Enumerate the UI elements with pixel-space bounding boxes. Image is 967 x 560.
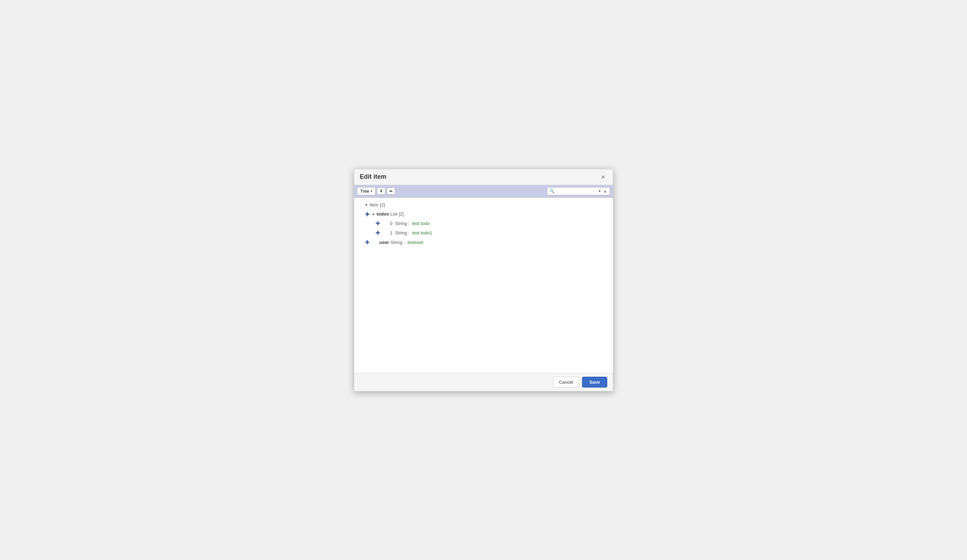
collapse-all-button[interactable]: ⬌ — [387, 188, 395, 194]
user-add-button[interactable]: ✚ — [364, 240, 370, 245]
view-dropdown[interactable]: Tree ▾ — [357, 187, 376, 195]
expand-all-button[interactable]: ⬍ — [377, 188, 385, 194]
search-icon: 🔍 — [550, 189, 554, 193]
todo-0-value: test todo — [411, 220, 429, 227]
user-row: ✚ user String : testuser — [361, 238, 613, 247]
todos-add-button[interactable]: ✚ — [364, 212, 370, 217]
todo-1-add-button[interactable]: ✚ — [375, 230, 381, 236]
todos-key: todos — [376, 211, 389, 218]
todo-1-row: ✚ 1 String : test todo1 — [372, 229, 613, 238]
user-value: testuser — [406, 239, 424, 246]
search-box: 🔍 ▼ ▲ — [547, 187, 610, 195]
root-collapse-icon[interactable]: ▼ — [365, 202, 368, 208]
search-prev-button[interactable]: ▼ — [597, 189, 602, 193]
cancel-button[interactable]: Cancel — [553, 377, 579, 387]
todo-0-add-button[interactable]: ✚ — [375, 221, 381, 226]
todo-0-index: 0 — [390, 220, 392, 227]
dialog-title: Edit item — [360, 173, 386, 181]
todos-type: List [2] — [390, 211, 404, 218]
search-input[interactable] — [556, 189, 596, 194]
toolbar: Tree ▾ ⬍ ⬌ 🔍 ▼ ▲ — [354, 185, 613, 198]
todo-1-index: 1 — [390, 229, 392, 237]
root-label: Item {2} — [370, 201, 385, 209]
todo-1-value: test todo1 — [411, 229, 432, 237]
chevron-down-icon: ▾ — [371, 189, 372, 193]
dialog-footer: Cancel Save — [354, 373, 613, 391]
todos-row: ✚ ▼ todos List [2] — [361, 209, 613, 219]
close-button[interactable]: × — [599, 173, 607, 181]
view-label: Tree — [360, 189, 369, 194]
todos-collapse-icon[interactable]: ▼ — [372, 212, 375, 217]
todo-0-type: String : — [394, 220, 409, 227]
search-next-button[interactable]: ▲ — [603, 189, 607, 193]
user-type: String : — [390, 239, 404, 246]
todo-1-type: String : — [394, 229, 409, 237]
save-button[interactable]: Save — [582, 377, 607, 387]
tree-content: ▼ Item {2} ✚ ▼ todos List [2] ✚ 0 String… — [354, 198, 613, 373]
tree-root-row: ▼ Item {2} — [354, 201, 613, 210]
user-key: user — [380, 239, 389, 246]
edit-item-dialog: Edit item × Tree ▾ ⬍ ⬌ 🔍 ▼ ▲ ▼ Item {2} — [354, 169, 613, 392]
search-controls: ▼ ▲ — [597, 189, 607, 193]
dialog-header: Edit item × — [354, 169, 613, 185]
todo-0-row: ✚ 0 String : test todo — [372, 219, 613, 229]
